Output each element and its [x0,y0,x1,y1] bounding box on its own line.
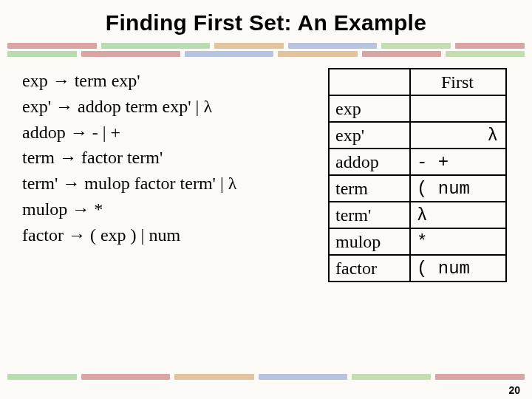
arrow-icon: → [70,123,88,142]
arrow-icon: → [52,71,70,90]
grammar-line: exp' → addop term exp' | λ [22,94,276,120]
lhs: addop [22,123,66,142]
arrow-icon: → [62,174,80,193]
table-header-row: First [329,69,506,95]
grammar-line: factor → ( exp ) | num [22,222,276,248]
grammar-line: mulop → * [22,197,276,222]
nonterminal-cell: mulop [329,228,410,255]
rhs: * [94,200,103,219]
grammar-line: term → factor term' [22,145,276,171]
table-row: term' λ [329,202,506,228]
lhs: exp [22,71,48,90]
first-set-cell: - + [410,149,506,175]
table-row: mulop * [329,228,506,255]
first-set-cell: λ [410,122,506,149]
grammar-line: term' → mulop factor term' | λ [22,171,276,197]
arrow-icon: → [72,200,89,219]
first-set-table-wrap: First exp exp' λ addop - + term ( num [276,68,510,362]
grammar-line: addop → - | + [22,120,276,146]
nonterminal-cell: exp [329,95,410,122]
nonterminal-cell: factor [329,255,410,282]
nonterminal-cell: exp' [329,122,410,149]
lhs: exp' [22,97,51,116]
table-row: term ( num [329,175,506,202]
lhs: factor [22,225,64,245]
table-row: addop - + [329,149,506,175]
table-header-blank [329,69,410,95]
first-set-table: First exp exp' λ addop - + term ( num [328,68,507,282]
lhs: term' [22,174,58,193]
table-header-first: First [410,69,506,95]
slide-title: Finding First Set: An Example [0,0,532,38]
lhs: term [22,148,55,167]
table-row: factor ( num [329,255,506,282]
rhs: - | + [92,123,120,142]
grammar-line: exp → term exp' [22,68,276,94]
lhs: mulop [22,200,67,219]
rhs: term exp' [75,71,140,90]
grammar-rules: exp → term exp' exp' → addop term exp' |… [22,68,276,362]
rhs: mulop factor term' | λ [84,174,236,193]
rhs: addop term exp' | λ [78,97,212,116]
table-row: exp [329,95,506,122]
rhs: ( exp ) | num [90,225,180,245]
first-set-cell: * [410,228,506,255]
decorative-stripes-top [7,43,525,58]
arrow-icon: → [55,97,73,116]
arrow-icon: → [68,225,86,245]
decorative-stripes-bottom [7,374,525,381]
content-area: exp → term exp' exp' → addop term exp' |… [22,68,510,362]
first-set-cell: ( num [410,175,506,202]
rhs: factor term' [81,148,163,167]
nonterminal-cell: addop [329,149,410,175]
table-row: exp' λ [329,122,506,149]
page-number: 20 [508,384,520,396]
nonterminal-cell: term [329,175,410,202]
first-set-cell [410,95,506,122]
arrow-icon: → [59,148,77,167]
first-set-cell: λ [410,202,506,228]
nonterminal-cell: term' [329,202,410,228]
slide: Finding First Set: An Example exp → term… [0,0,532,399]
first-set-cell: ( num [410,255,506,282]
